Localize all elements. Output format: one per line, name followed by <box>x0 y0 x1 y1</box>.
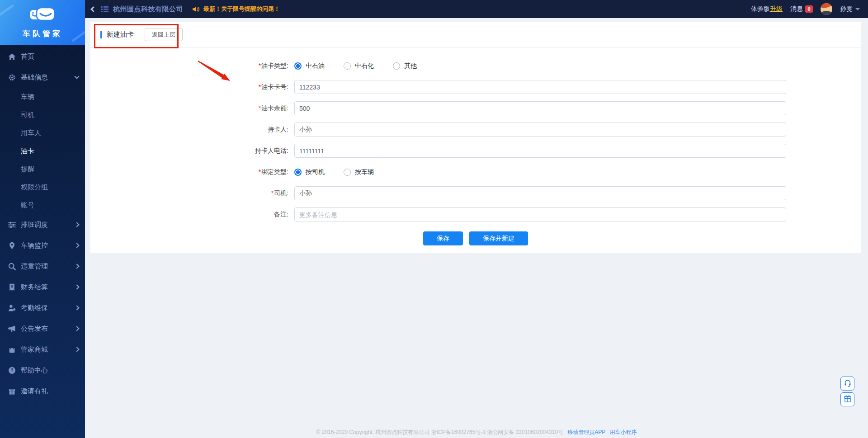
sidebar-item-invite-rewards[interactable]: 邀请有礼 <box>0 381 85 401</box>
form-card: 新建油卡 返回上层 *油卡类型: 中石油 中石化 其他 *油卡卡号: *油卡余额… <box>90 22 861 253</box>
save-button[interactable]: 保存 <box>423 231 463 245</box>
form-row-card-number: *油卡卡号: <box>90 76 861 98</box>
radio-dot[interactable] <box>294 62 302 70</box>
main-content: 新建油卡 返回上层 *油卡类型: 中石油 中石化 其他 *油卡卡号: *油卡余额… <box>85 18 868 438</box>
chevron-right-icon <box>74 326 79 331</box>
shopping-bag-icon <box>8 346 16 353</box>
miniprogram-link[interactable]: 用车小程序 <box>609 429 637 435</box>
form-actions: 保存 保存并新建 <box>90 231 861 245</box>
caret-down-icon <box>855 8 860 10</box>
user-avatar[interactable] <box>821 3 832 15</box>
customer-service-button[interactable] <box>840 377 854 391</box>
chevron-right-icon <box>74 284 79 289</box>
sidebar-item-vehicle-monitoring[interactable]: 车辆监控 <box>0 235 85 256</box>
back-button[interactable]: 返回上层 <box>145 28 183 41</box>
form-row-holder-phone: 持卡人电话: <box>90 140 861 161</box>
field-label: 持卡人: <box>268 126 288 133</box>
gift-icon <box>844 395 852 405</box>
title-accent-bar <box>100 31 102 38</box>
sidebar-item-violation-management[interactable]: 违章管理 <box>0 256 85 277</box>
sidebar-item-mall[interactable]: 管家商城 <box>0 339 85 360</box>
radio-sinopec[interactable]: 中石化 <box>344 62 374 70</box>
form-row-holder: 持卡人: <box>90 119 861 140</box>
field-label: 备注: <box>274 211 288 218</box>
person-wrench-icon <box>8 304 16 312</box>
headset-icon <box>844 379 852 389</box>
form-row-remark: 备注: <box>90 204 861 225</box>
form-row-balance: *油卡余额: <box>90 98 861 119</box>
sidebar-item-financial-settlement[interactable]: ¥ 财务结算 <box>0 277 85 297</box>
finance-yuan-icon: ¥ <box>8 283 16 291</box>
gift-icon <box>8 387 16 395</box>
radio-other[interactable]: 其他 <box>393 62 417 70</box>
brand-name: 车队管家 <box>23 28 62 39</box>
username: 孙雯 <box>840 5 853 13</box>
user-menu[interactable]: 孙雯 <box>840 5 860 13</box>
radio-by-vehicle[interactable]: 按车辆 <box>344 168 374 176</box>
field-label: 持卡人电话: <box>255 147 288 154</box>
page-title: 新建油卡 <box>107 30 134 39</box>
sidebar-subitem-car-users[interactable]: 用车人 <box>0 124 85 142</box>
messages[interactable]: 消息0 <box>790 5 813 13</box>
chevron-right-icon <box>74 264 79 268</box>
card-holder-input[interactable] <box>294 122 786 137</box>
home-icon <box>8 53 16 61</box>
sidebar-item-scheduling[interactable]: 排班调度 <box>0 214 85 235</box>
schedule-sliders-icon <box>8 221 16 229</box>
company-name: 杭州圆点科技有限公司 <box>113 5 183 14</box>
violation-magnifier-icon <box>8 263 16 270</box>
admin-app-link[interactable]: 移动管理员APP <box>567 429 605 435</box>
remark-input[interactable] <box>294 207 786 221</box>
radio-dot[interactable] <box>294 169 302 176</box>
location-pin-icon <box>8 242 16 250</box>
announcement-text[interactable]: 最新！关于限号提醒的问题！ <box>203 5 280 13</box>
sidebar-menu: 首页 基础信息 车辆 司机 用车人 油卡 提醒 权限分组 账号 排班调度 车辆监… <box>0 45 85 401</box>
question-circle-icon: ? <box>8 367 16 374</box>
radio-petrochina[interactable]: 中石油 <box>294 62 325 70</box>
field-label: 油卡类型: <box>261 62 288 69</box>
field-label: 油卡余额: <box>261 104 288 112</box>
brand-logo[interactable]: 车队管家 <box>0 0 85 45</box>
driver-input[interactable] <box>294 186 786 200</box>
radio-dot[interactable] <box>344 62 351 70</box>
sidebar-subitem-accounts[interactable]: 账号 <box>0 196 85 214</box>
chevron-down-icon <box>74 74 79 79</box>
sidebar-subitem-vehicles[interactable]: 车辆 <box>0 88 85 106</box>
sidebar-item-attendance-maintenance[interactable]: 考勤维保 <box>0 297 85 318</box>
messages-label: 消息 <box>790 5 803 12</box>
gear-icon <box>8 74 16 81</box>
announcement-speaker-icon <box>192 6 200 13</box>
chevron-right-icon <box>74 222 79 227</box>
messages-count-badge: 0 <box>805 5 813 13</box>
form-row-driver: *司机: <box>90 183 861 204</box>
sidebar-subitem-fuel-card[interactable]: 油卡 <box>0 142 85 160</box>
gift-promo-button[interactable] <box>840 392 854 406</box>
fleet-car-logo-icon <box>28 6 57 27</box>
sidebar-subitem-reminders[interactable]: 提醒 <box>0 160 85 178</box>
upgrade-link[interactable]: 升级 <box>770 5 783 12</box>
field-label: 绑定类型: <box>261 168 288 175</box>
radio-dot[interactable] <box>393 62 400 70</box>
radio-dot[interactable] <box>344 169 351 176</box>
sidebar-item-announcements[interactable]: 公告发布 <box>0 318 85 339</box>
save-and-new-button[interactable]: 保存并新建 <box>469 231 528 245</box>
chevron-right-icon <box>74 305 79 310</box>
radio-by-driver[interactable]: 按司机 <box>294 168 325 176</box>
sidebar-item-home[interactable]: 首页 <box>0 46 85 67</box>
card-balance-input[interactable] <box>294 101 786 115</box>
chevron-right-icon <box>74 243 79 248</box>
sidebar-item-basic-info[interactable]: 基础信息 <box>0 67 85 88</box>
menu-list-icon[interactable] <box>101 6 108 13</box>
sidebar-subitem-permission-groups[interactable]: 权限分组 <box>0 178 85 196</box>
sidebar-item-help-center[interactable]: ? 帮助中心 <box>0 360 85 381</box>
sidebar-subitem-drivers[interactable]: 司机 <box>0 106 85 124</box>
header-right-tools: 体验版升级 消息0 孙雯 <box>751 3 860 15</box>
form-row-card-type: *油卡类型: 中石油 中石化 其他 <box>90 55 861 76</box>
trial-upgrade[interactable]: 体验版升级 <box>751 5 783 13</box>
card-number-input[interactable] <box>294 80 786 94</box>
megaphone-icon <box>8 325 16 333</box>
copyright-text: © 2016-2020 Copyright. 杭州圆点科技有限公司 浙ICP备1… <box>316 429 563 435</box>
holder-phone-input[interactable] <box>294 144 786 158</box>
collapse-sidebar-icon[interactable] <box>90 6 96 12</box>
form-row-bind-type: *绑定类型: 按司机 按车辆 <box>90 161 861 183</box>
